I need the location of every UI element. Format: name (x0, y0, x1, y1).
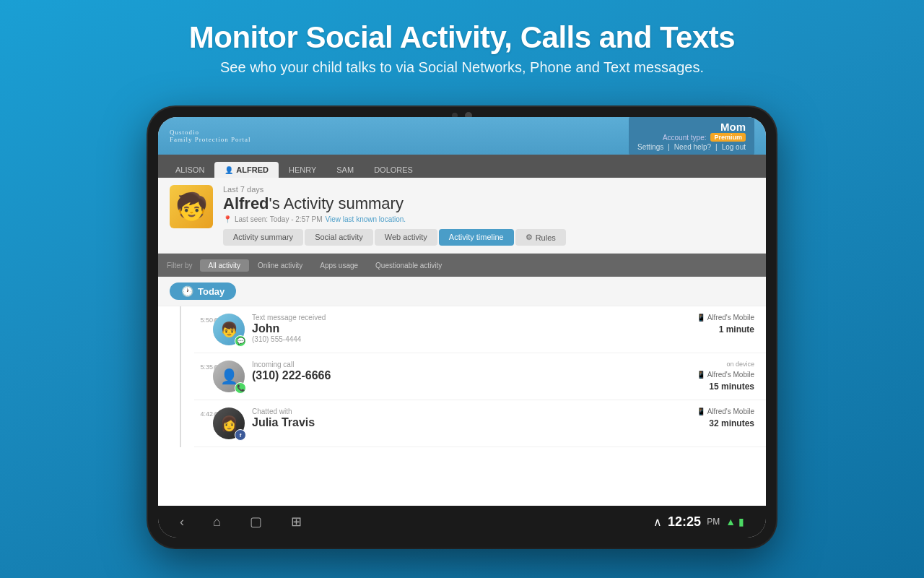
contact-avatar-2: 👤 📞 (213, 361, 245, 392)
tab-activity-summary[interactable]: Activity summary (223, 229, 303, 246)
tab-henry[interactable]: HENRY (279, 162, 326, 178)
first-name: Alfred (223, 194, 269, 212)
item-type-1: Text message received (252, 314, 668, 322)
tab-alfred[interactable]: 👤 ALFRED (214, 162, 279, 178)
profile-info: Last 7 days Alfred's Activity summary 📍 … (223, 185, 754, 246)
last-seen-row: 📍 Last seen: Today - 2:57 PM View last k… (223, 215, 754, 223)
nav-icons: ‹ ⌂ ▢ ⊞ (180, 514, 302, 530)
filter-all[interactable]: All activity (200, 259, 249, 272)
premium-badge: Premium (710, 133, 746, 142)
tab-sam[interactable]: SAM (326, 162, 364, 178)
clock-icon: 🕐 (181, 285, 193, 297)
top-content: Monitor Social Activity, Calls and Texts… (0, 0, 924, 76)
tab-dolores[interactable]: DOLORES (364, 162, 423, 178)
main-heading: Monitor Social Activity, Calls and Texts (0, 20, 924, 55)
item-meta-1: 📱 Alfred's Mobile 1 minute (668, 314, 754, 335)
item-name-3: Julia Travis (252, 416, 668, 429)
time-spent-3: 32 minutes (709, 418, 754, 428)
battery-icon: ▮ (738, 516, 744, 527)
person-icon: 👤 (225, 166, 233, 174)
device-label-2: on device (726, 361, 754, 368)
gear-icon: ⚙ (526, 233, 533, 242)
filter-label: Filter by (167, 262, 193, 269)
timeline-items: 5:50 PM 👦 💬 Text message received John ( (158, 306, 766, 447)
call-badge-2: 📞 (235, 382, 246, 394)
item-sub-1: (310) 555-4444 (252, 335, 668, 343)
filter-questionable[interactable]: Questionable activity (367, 259, 450, 272)
account-type-row: Account type: Premium (663, 133, 746, 142)
contact-avatar-3: 👩 f (213, 407, 245, 439)
contact-avatar-1: 👦 💬 (213, 314, 245, 345)
item-details-2: Incoming call (310) 222-6666 (245, 361, 668, 382)
list-item: 5:35 PM 👤 📞 Incoming call (310) 222-6666 (194, 353, 766, 400)
location-link[interactable]: View last known location. (326, 215, 406, 223)
help-link[interactable]: Need help? (674, 143, 711, 151)
status-area: ∧ 12:25 PM ▲ ▮ (653, 514, 744, 530)
android-nav-bar: ‹ ⌂ ▢ ⊞ ∧ 12:25 PM ▲ ▮ (158, 506, 766, 538)
activity-tabs: Activity summary Social activity Web act… (223, 229, 754, 246)
item-name-2: (310) 222-6666 (252, 369, 668, 382)
user-area: Mom Account type: Premium Settings | Nee… (629, 117, 754, 155)
screenshot-icon[interactable]: ⊞ (291, 514, 302, 530)
avatar: 🧒 (170, 185, 213, 228)
name-rest: 's Activity summary (269, 194, 404, 212)
item-type-3: Chatted with (252, 407, 668, 415)
device-icon-3: 📱 (697, 407, 705, 415)
logout-link[interactable]: Log out (722, 143, 746, 151)
tab-rules[interactable]: ⚙ Rules (515, 229, 566, 246)
item-meta-3: 📱 Alfred's Mobile 32 minutes (668, 407, 754, 428)
profile-header: 🧒 Last 7 days Alfred's Activity summary … (158, 178, 766, 254)
tab-social-activity[interactable]: Social activity (305, 229, 373, 246)
home-icon[interactable]: ⌂ (213, 514, 221, 530)
device-icon-2: 📱 (697, 371, 705, 379)
clock-ampm: PM (707, 517, 720, 527)
device-name-2: 📱 Alfred's Mobile (697, 371, 754, 379)
back-icon[interactable]: ‹ (180, 514, 184, 530)
recents-icon[interactable]: ▢ (250, 514, 262, 530)
item-name-1: John (252, 322, 668, 335)
device-icon-1: 📱 (697, 314, 705, 322)
device-name-3: 📱 Alfred's Mobile (697, 407, 754, 415)
today-label: Today (198, 286, 225, 297)
last-days-label: Last 7 days (223, 185, 754, 194)
wifi-icon: ▲ (725, 516, 736, 527)
pin-icon: 📍 (223, 215, 232, 223)
item-details-1: Text message received John (310) 555-444… (245, 314, 668, 343)
time-spent-2: 15 minutes (709, 381, 754, 392)
device-name-1: 📱 Alfred's Mobile (697, 314, 754, 322)
sms-badge-1: 💬 (235, 335, 246, 347)
today-badge: 🕐 Today (170, 282, 236, 300)
user-name: Mom (720, 121, 746, 133)
status-icons: ▲ ▮ (725, 516, 744, 527)
avatar-container: 🧒 (170, 185, 213, 228)
main-subheading: See who your child talks to via Social N… (0, 59, 924, 76)
app-screen: Qustodio Family Protection Portal Mom Ac… (158, 117, 766, 538)
system-clock: 12:25 (668, 514, 701, 530)
item-details-3: Chatted with Julia Travis (245, 407, 668, 429)
filter-apps[interactable]: Apps usage (311, 259, 367, 272)
today-header: 🕐 Today (158, 277, 766, 306)
timeline-line (180, 306, 181, 447)
page-background: Monitor Social Activity, Calls and Texts… (0, 0, 924, 76)
tab-web-activity[interactable]: Web activity (375, 229, 437, 246)
list-item: 5:50 PM 👦 💬 Text message received John ( (194, 306, 766, 353)
profile-name: Alfred's Activity summary (223, 194, 754, 213)
chevron-up-icon: ∧ (653, 515, 662, 529)
item-meta-2: on device 📱 Alfred's Mobile 15 minutes (668, 361, 754, 392)
filter-online[interactable]: Online activity (249, 259, 311, 272)
main-content: 🧒 Last 7 days Alfred's Activity summary … (158, 178, 766, 506)
tablet-device: Qustodio Family Protection Portal Mom Ac… (148, 107, 776, 548)
tablet-screen: Qustodio Family Protection Portal Mom Ac… (158, 117, 766, 538)
header-links[interactable]: Settings | Need help? | Log out (637, 143, 746, 151)
app-logo: Qustodio Family Protection Portal (170, 129, 251, 143)
tab-alison[interactable]: ALISON (165, 162, 214, 178)
item-type-2: Incoming call (252, 361, 668, 368)
time-spent-1: 1 minute (719, 324, 754, 335)
profile-tabs-bar: ALISON 👤 ALFRED HENRY SAM DOLORES (158, 155, 766, 178)
app-header: Qustodio Family Protection Portal Mom Ac… (158, 117, 766, 155)
tab-activity-timeline[interactable]: Activity timeline (439, 229, 514, 246)
fb-badge-3: f (235, 429, 246, 441)
settings-link[interactable]: Settings (637, 143, 663, 151)
filter-bar: Filter by All activity Online activity A… (158, 254, 766, 277)
list-item: 4:42 PM 👩 f Chatted with Julia Travis (194, 400, 766, 447)
